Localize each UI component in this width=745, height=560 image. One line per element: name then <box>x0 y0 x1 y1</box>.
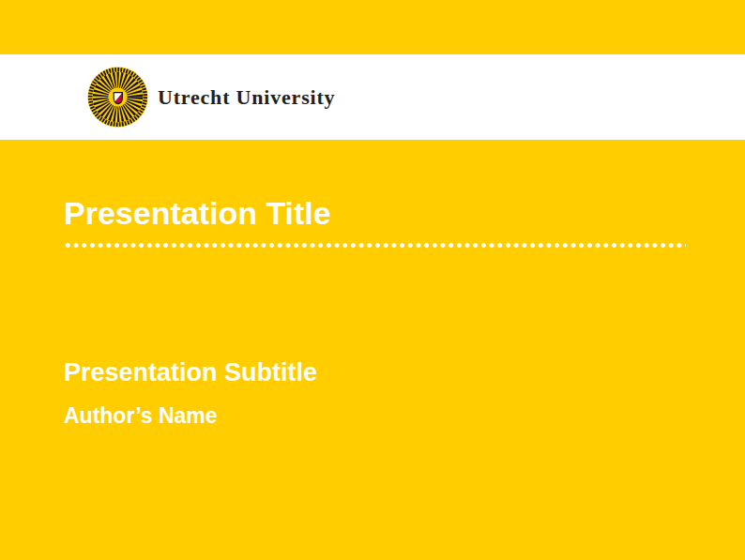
header-band: Utrecht University <box>0 54 745 140</box>
dotted-divider <box>64 241 686 250</box>
university-wordmark: Utrecht University <box>158 87 335 108</box>
title-slide: Utrecht University Presentation Title Pr… <box>0 0 745 560</box>
presentation-title: Presentation Title <box>64 197 331 229</box>
main-yellow-area: Presentation Title Presentation Subtitle… <box>0 140 745 560</box>
top-yellow-band <box>0 0 745 54</box>
utrecht-university-seal-icon <box>87 67 148 128</box>
presentation-subtitle: Presentation Subtitle <box>64 360 317 386</box>
author-name: Author’s Name <box>64 405 218 427</box>
